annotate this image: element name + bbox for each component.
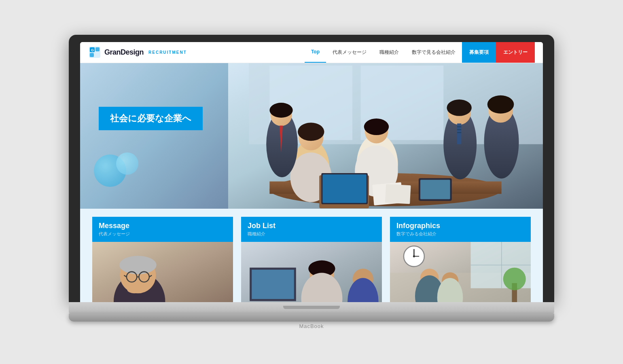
card-img-jobs-bg — [241, 242, 382, 303]
card-message-title-en: Message — [99, 222, 227, 230]
card-img-infographics-bg — [390, 242, 531, 303]
svg-point-13 — [298, 123, 324, 141]
svg-rect-39 — [385, 184, 411, 204]
card-jobs-title-ja: 職種紹介 — [248, 231, 375, 237]
site-wrapper: G GranDesign RECRUITMENT Top 代表メッセージ 職種紹… — [80, 42, 543, 303]
hero-people-svg — [228, 63, 543, 209]
nav-btn-entry[interactable]: エントリー — [496, 42, 535, 63]
laptop-notch — [283, 306, 340, 309]
svg-point-17 — [364, 119, 389, 135]
deco-circle-small — [116, 152, 138, 175]
svg-rect-35 — [322, 174, 366, 203]
svg-point-49 — [127, 285, 142, 293]
card-infographics-title-ja: 数字でみる会社紹介 — [396, 231, 524, 237]
card-message[interactable]: Message 代表メッセージ — [92, 217, 233, 303]
card-message-title-ja: 代表メッセージ — [99, 231, 227, 237]
screen-bezel: G GranDesign RECRUITMENT Top 代表メッセージ 職種紹… — [69, 35, 554, 303]
svg-point-43 — [119, 256, 157, 274]
logo-area: G GranDesign RECRUITMENT — [88, 46, 187, 59]
nav-item-jobs[interactable]: 職種紹介 — [373, 42, 405, 63]
nav-item-infographics[interactable]: 数字で見る会社紹介 — [405, 42, 462, 63]
svg-point-72 — [503, 267, 526, 290]
laptop-foot — [69, 313, 554, 322]
main-nav: Top 代表メッセージ 職種紹介 数字で見る会社紹介 募集要項 エントリー — [305, 42, 535, 63]
hero-headline: 社会に必要な企業へ — [110, 112, 191, 125]
cards-grid: Message 代表メッセージ — [92, 217, 531, 303]
card-jobs-header: Job List 職種紹介 — [241, 217, 382, 242]
logo-brand: GranDesign — [104, 48, 144, 57]
card-message-header: Message 代表メッセージ — [92, 217, 233, 242]
card-infographics-header: Infographics 数字でみる会社紹介 — [390, 217, 531, 242]
card-infographics[interactable]: Infographics 数字でみる会社紹介 — [390, 217, 531, 303]
hero-image-area — [228, 63, 543, 209]
macbook-label: MacBook — [69, 323, 554, 329]
nav-btn-recruitment[interactable]: 募集要項 — [462, 42, 496, 63]
svg-rect-37 — [420, 180, 450, 199]
site-header: G GranDesign RECRUITMENT Top 代表メッセージ 職種紹… — [80, 42, 543, 63]
svg-rect-3 — [90, 53, 94, 57]
svg-point-21 — [269, 103, 292, 118]
logo-icon: G — [88, 46, 101, 59]
card-jobs-image — [241, 242, 382, 303]
logo-sub: RECRUITMENT — [148, 50, 187, 55]
svg-rect-52 — [252, 270, 294, 299]
svg-point-32 — [487, 95, 514, 113]
svg-point-25 — [447, 99, 472, 116]
hero-section: 社会に必要な企業へ — [80, 63, 543, 209]
nav-item-message[interactable]: 代表メッセージ — [326, 42, 373, 63]
hero-headline-box: 社会に必要な企業へ — [99, 107, 203, 130]
card-message-image — [92, 242, 233, 303]
laptop-base — [69, 302, 554, 313]
svg-rect-2 — [95, 47, 100, 51]
svg-text:G: G — [91, 48, 94, 52]
cards-section: Message 代表メッセージ — [80, 209, 543, 303]
card-img-message-bg — [92, 242, 233, 303]
card-jobs[interactable]: Job List 職種紹介 — [241, 217, 382, 303]
card-infographics-title-en: Infographics — [396, 222, 524, 230]
hero-left-bg — [80, 63, 242, 209]
nav-item-top[interactable]: Top — [305, 42, 326, 63]
card-jobs-title-en: Job List — [248, 222, 375, 230]
laptop-screen: G GranDesign RECRUITMENT Top 代表メッセージ 職種紹… — [80, 42, 543, 303]
laptop-frame: G GranDesign RECRUITMENT Top 代表メッセージ 職種紹… — [69, 35, 554, 330]
card-infographics-image — [390, 242, 531, 303]
